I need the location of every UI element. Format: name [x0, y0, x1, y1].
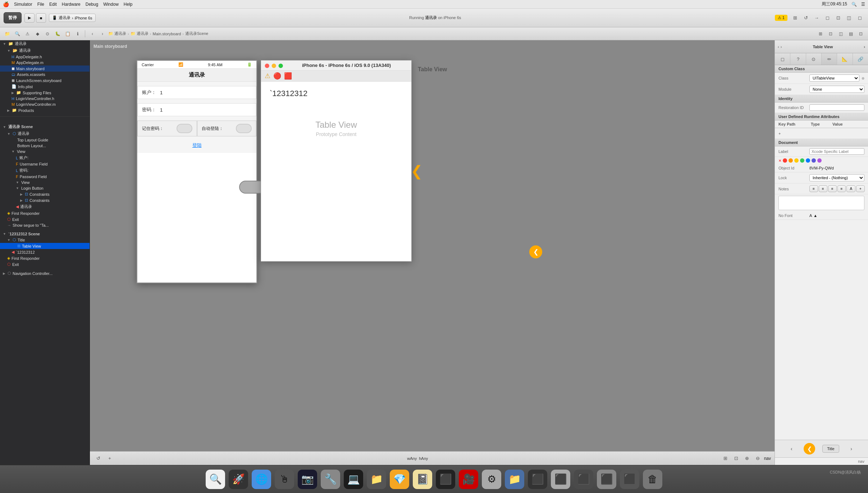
breadcrumb-item-2[interactable]: 📁 通讯录	[131, 31, 149, 36]
color-dot-orange[interactable]	[789, 158, 793, 163]
menu-simulator[interactable]: Simulator	[14, 2, 32, 7]
tab-quick-help[interactable]: ?	[790, 53, 806, 65]
dock-vlc[interactable]: 🎥	[459, 470, 478, 489]
bottom-title-label[interactable]: Title	[822, 445, 839, 453]
dock-mouse[interactable]: 🖱	[275, 470, 294, 489]
nav-bottom-layout[interactable]: Bottom Layout...	[0, 143, 90, 149]
tab-connections[interactable]: 🔗	[853, 53, 868, 65]
nav-view[interactable]: ▼ View	[0, 149, 90, 154]
nav-tableview[interactable]: ⊞ Table View	[0, 243, 90, 249]
inspector-back-icon[interactable]: ‹	[778, 45, 779, 49]
nav-item-products[interactable]: ▶ 📁 Products	[0, 107, 90, 113]
apple-menu[interactable]: 🍎	[3, 1, 9, 7]
class-select[interactable]: UITableView	[809, 74, 859, 82]
autologin-toggle[interactable]	[236, 124, 252, 133]
nav-item-main-storyboard[interactable]: ◼ Main.storyboard	[0, 65, 90, 72]
layout-btn-5[interactable]: ⊡	[833, 13, 843, 23]
align-center-btn[interactable]: ≡	[819, 185, 827, 192]
dock-finder[interactable]: 🔍	[206, 470, 225, 489]
nav-item-assets[interactable]: 🗂 Assets.xcassets	[0, 72, 90, 77]
bottom-add-icon[interactable]: +	[105, 454, 114, 463]
menu-window[interactable]: Window	[103, 2, 119, 7]
login-button[interactable]: 登陆	[192, 143, 202, 148]
nav-item-appdel-h[interactable]: H AppDelegate.h	[0, 54, 90, 60]
yellow-nav-circle[interactable]: ❮	[529, 245, 542, 258]
run-button[interactable]: ▶	[24, 13, 35, 23]
nav-account-label[interactable]: L 账户:	[0, 154, 90, 161]
breadcrumb-item-1[interactable]: 📁 通讯录	[108, 31, 126, 36]
nav-breakpoint-icon[interactable]: ◆	[33, 30, 42, 38]
layout-btn-3[interactable]: →	[812, 13, 821, 23]
window-minimize-icon[interactable]: ⬤	[271, 63, 276, 68]
nav-warning-icon[interactable]: ⚠	[23, 30, 32, 38]
inspector-forward-icon[interactable]: ›	[781, 45, 782, 49]
nav-tongxunlu-ref[interactable]: ◀ 通讯录	[0, 203, 90, 210]
color-x-btn[interactable]: ✕	[778, 159, 781, 163]
tab-file[interactable]: ◻	[775, 53, 790, 65]
nav-username-field[interactable]: F Username Field	[0, 161, 90, 167]
nav-item-login-m[interactable]: M LoginViewController.m	[0, 101, 90, 107]
menubar-menu-icon[interactable]: ☰	[861, 2, 865, 7]
notes-textarea[interactable]	[778, 196, 864, 210]
nav-constraints-1[interactable]: ▶ ⊡ Constraints	[0, 191, 90, 197]
nav-source-icon[interactable]: 📋	[63, 30, 72, 38]
dock-notes[interactable]: 📓	[413, 470, 432, 489]
font-size-stepper-up[interactable]: ▲	[813, 213, 817, 218]
nav-item-info-plist[interactable]: 📄 Info.plist	[0, 83, 90, 90]
nav-login-button[interactable]: ▼ Login Button	[0, 185, 90, 191]
nav-controller-item[interactable]: ▶ ⬡ Navigation Controller...	[0, 270, 90, 276]
layout-btn-7[interactable]: ◻	[855, 13, 864, 23]
bottom-refresh-icon[interactable]: ↺	[93, 454, 103, 463]
tab-attributes[interactable]: ✏	[822, 53, 837, 65]
menubar-search-icon[interactable]: 🔍	[851, 2, 857, 7]
nav-first-responder[interactable]: ◈ First Responder	[0, 210, 90, 216]
tab-size[interactable]: 📐	[837, 53, 853, 65]
inspector-close-icon[interactable]: ›	[864, 45, 865, 49]
doc-label-input[interactable]	[809, 148, 864, 155]
nav-item-login-h[interactable]: H LoginViewController.h	[0, 96, 90, 101]
toolbar-console-icon[interactable]: ▤	[846, 30, 855, 38]
color-dot-purple[interactable]	[812, 158, 816, 163]
dock-terminal[interactable]: 💻	[344, 470, 363, 489]
storyboard-canvas[interactable]: Main storyboard Carrier 📶 9:45 AM 🔋 通讯录	[90, 40, 775, 465]
bottom-nav-forward[interactable]: ›	[846, 444, 856, 454]
window-maximize-icon[interactable]: ⬤	[278, 63, 283, 68]
color-dot-yellow[interactable]	[794, 158, 799, 163]
dock-app3[interactable]: ⬛	[528, 470, 547, 489]
dock-app1[interactable]: ⬛	[436, 470, 455, 489]
stop-button[interactable]: ■	[36, 13, 46, 23]
color-dot-blue[interactable]	[806, 158, 810, 163]
nav-search-icon[interactable]: 🔍	[13, 30, 22, 38]
connector-arrow-left[interactable]: ❮	[411, 163, 423, 179]
nav-test-icon[interactable]: ⊙	[43, 30, 52, 38]
color-dot-violet[interactable]	[817, 158, 822, 163]
breadcrumb-forward[interactable]: ›	[98, 30, 107, 38]
bottom-zoom-out-icon[interactable]: ⊖	[753, 454, 763, 463]
dock-app6[interactable]: ⬛	[597, 470, 616, 489]
pause-button[interactable]: 暂停	[4, 12, 22, 23]
nav-item-launch-storyboard[interactable]: ◼ LaunchScreen.storyboard	[0, 77, 90, 83]
layout-btn-4[interactable]: ◻	[823, 13, 832, 23]
nav-item-appdel-m[interactable]: M AppDelegate.m	[0, 60, 90, 65]
dock-safari[interactable]: 🌐	[252, 470, 271, 489]
dock-app2[interactable]: 📁	[505, 470, 524, 489]
nav-password-label[interactable]: L 密码:	[0, 167, 90, 174]
menu-edit[interactable]: Edit	[49, 2, 57, 7]
nav-info-icon[interactable]: ℹ	[73, 30, 82, 38]
dock-preferences[interactable]: ⚙	[482, 470, 501, 489]
window-close-icon[interactable]: ⬤	[265, 63, 269, 68]
toolbar-divider-icon[interactable]: ⊞	[816, 30, 825, 38]
menu-help[interactable]: Help	[124, 2, 133, 7]
align-right-btn[interactable]: ≡	[828, 185, 837, 192]
nav-scene-tongxunlu[interactable]: ▼ ⬡ 通讯录	[0, 130, 90, 137]
dock-sketch[interactable]: 💎	[390, 470, 409, 489]
nav-password-field[interactable]: F Password Field	[0, 174, 90, 180]
bottom-title-btn[interactable]: ❮	[804, 443, 815, 454]
menu-debug[interactable]: Debug	[86, 2, 98, 7]
breadcrumb-item-3[interactable]: Main.storyboard	[152, 32, 181, 36]
color-dot-red[interactable]	[783, 158, 787, 163]
dock-app7[interactable]: ⬛	[620, 470, 639, 489]
dock-xcode-cli[interactable]: 🔧	[321, 470, 340, 489]
add-attribute-btn[interactable]: +	[778, 131, 781, 136]
tab-identity[interactable]: ⊙	[806, 53, 822, 65]
